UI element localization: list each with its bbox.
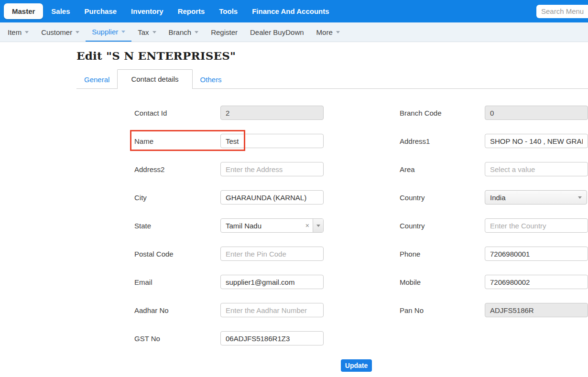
address1-label: Address1 [400,137,485,145]
aadhar-no-label: Aadhar No [134,306,220,314]
top-navbar: Master Sales Purchase Inventory Reports … [0,0,588,22]
contact-id-input [220,106,324,120]
postal-code-input[interactable] [220,247,324,261]
subnav-item-customer[interactable]: Customer [35,22,86,42]
subnav-item-label: Dealer BuyDown [250,28,304,36]
address1-input[interactable] [485,134,588,148]
pan-no-label: Pan No [400,306,485,314]
form-row: Name Address1 [134,134,588,148]
topnav-item-purchase[interactable]: Purchase [77,7,124,15]
form-row: Contact Id Branch Code [134,106,588,120]
chevron-down-icon [25,31,29,33]
form-row: Email Mobile [134,275,588,289]
city-input[interactable] [220,190,324,205]
subnav-item-supplier[interactable]: Supplier [86,22,131,42]
subnav-item-dealer-buydown[interactable]: Dealer BuyDown [244,22,310,42]
topnav-item-sales[interactable]: Sales [44,7,77,15]
topnav-item-tools[interactable]: Tools [212,7,245,15]
dropdown-button[interactable] [313,219,323,232]
aadhar-no-input[interactable] [220,303,324,317]
chevron-down-icon [195,31,198,33]
state-label: State [134,222,220,230]
subnav-item-item[interactable]: Item [1,22,35,42]
phone-label: Phone [400,250,485,258]
topnav-item-reports[interactable]: Reports [171,7,212,15]
mobile-label: Mobile [400,278,485,286]
address2-input[interactable] [220,162,324,176]
form-row: Postal Code Phone [134,247,588,261]
gst-no-input[interactable] [220,331,324,345]
postal-code-label: Postal Code [134,250,220,258]
subnav-item-branch[interactable]: Branch [163,22,205,42]
area-input[interactable] [485,162,588,176]
tab-contact-details[interactable]: Contact details [117,69,192,89]
form-row: GST No [134,331,588,345]
email-label: Email [134,278,220,286]
topnav-item-finance-and-accounts[interactable]: Finance And Accounts [245,7,336,15]
chevron-down-icon [316,225,320,227]
tab-others[interactable]: Others [193,71,229,88]
mobile-input[interactable] [485,275,588,289]
subnav-item-label: Customer [41,28,72,36]
form-row: City Country India [134,190,588,205]
pan-no-input [485,303,588,317]
country-select-value: India [490,194,506,202]
country-select-label: Country [400,194,485,202]
tab-general[interactable]: General [76,71,117,88]
state-combobox-value: Tamil Nadu [221,222,302,230]
form-actions: Update [341,359,588,372]
chevron-down-icon [578,196,582,199]
email-input[interactable] [220,275,324,289]
phone-input[interactable] [485,247,588,261]
contact-details-form: Contact Id Branch Code Name Address1 Add… [0,106,588,372]
subnav-item-more[interactable]: More [310,22,346,42]
chevron-down-icon [152,31,156,33]
main-content: Edit "S N ENTERPRISES" General Contact d… [0,49,588,372]
country-input[interactable] [485,218,588,233]
topnav-item-master[interactable]: Master [4,3,43,19]
secondary-navbar: Item Customer Supplier Tax Branch Regist… [0,22,588,42]
tab-bar: General Contact details Others [76,70,588,89]
topnav-item-inventory[interactable]: Inventory [124,7,171,15]
subnav-item-register[interactable]: Register [205,22,244,42]
contact-id-label: Contact Id [134,109,220,117]
subnav-item-label: Tax [138,28,149,36]
state-combobox[interactable]: Tamil Nadu × [220,218,324,233]
country-text-label: Country [400,222,485,230]
address2-label: Address2 [134,165,220,173]
name-input[interactable] [220,134,324,148]
name-label: Name [134,137,220,145]
clear-icon[interactable]: × [302,222,313,229]
form-row: State Tamil Nadu × Country [134,218,588,233]
city-label: City [134,194,220,202]
update-button[interactable]: Update [341,359,372,372]
form-row: Address2 Area [134,162,588,176]
search-menu-input[interactable] [536,5,588,18]
subnav-item-label: Item [8,28,22,36]
chevron-down-icon [76,31,79,33]
branch-code-label: Branch Code [400,109,485,117]
subnav-item-label: Branch [169,28,192,36]
area-label: Area [400,165,485,173]
subnav-item-label: Supplier [92,28,118,36]
chevron-down-icon [121,31,125,33]
page-title: Edit "S N ENTERPRISES" [76,49,588,63]
chevron-down-icon [336,31,340,33]
gst-no-label: GST No [134,334,220,343]
country-select[interactable]: India [485,190,587,205]
subnav-item-label: Register [211,28,238,36]
subnav-item-tax[interactable]: Tax [131,22,162,42]
form-row: Aadhar No Pan No [134,303,588,317]
branch-code-input [485,106,588,120]
subnav-item-label: More [316,28,333,36]
